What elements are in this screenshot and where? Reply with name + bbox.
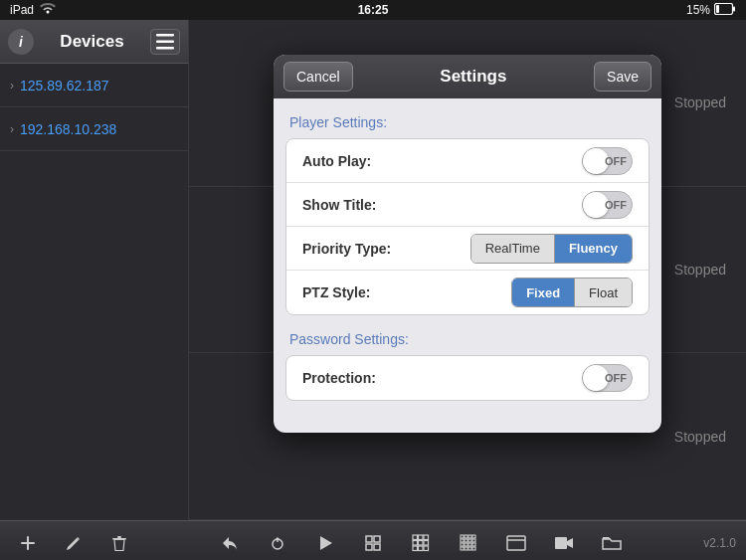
sidebar-header: i Devices [0, 20, 188, 64]
toolbar: v2.1.0 [0, 520, 746, 560]
modal-title: Settings [440, 67, 506, 87]
chevron-icon-2: › [10, 122, 14, 136]
content-area: Stopped Stopped Stopped Cancel Settings … [189, 20, 746, 520]
svg-rect-17 [418, 535, 423, 540]
password-settings-group: Protection: OFF [285, 355, 650, 401]
grid3x3-button[interactable] [403, 527, 439, 559]
svg-rect-16 [413, 535, 418, 540]
ptz-style-control: Fixed Float [412, 278, 633, 307]
ptz-style-label: PTZ Style: [302, 284, 412, 300]
svg-rect-43 [555, 537, 567, 549]
svg-rect-20 [418, 540, 423, 545]
svg-rect-13 [374, 536, 380, 542]
chevron-icon-1: › [10, 79, 14, 93]
priority-fluency-btn[interactable]: Fluency [555, 235, 632, 263]
priority-realtime-btn[interactable]: RealTime [471, 235, 555, 263]
status-time: 16:25 [358, 3, 389, 17]
protection-control: OFF [412, 364, 633, 392]
protection-row: Protection: OFF [286, 356, 649, 400]
player-settings-label: Player Settings: [274, 114, 661, 138]
svg-rect-15 [374, 544, 380, 550]
video-camera-button[interactable] [546, 527, 582, 559]
modal-body: Player Settings: Auto Play: OFF [274, 98, 661, 433]
grid4x4-button[interactable] [451, 527, 486, 559]
svg-rect-36 [472, 543, 475, 546]
svg-rect-27 [468, 535, 471, 538]
device-item-2[interactable]: › 192.168.10.238 [0, 107, 188, 151]
priority-type-label: Priority Type: [302, 241, 412, 257]
grid2x2-button[interactable] [355, 527, 391, 559]
upload-button[interactable] [260, 527, 295, 559]
window-button[interactable] [498, 527, 534, 559]
toolbar-center [212, 527, 630, 559]
device-ip-1: 125.89.62.187 [20, 78, 109, 93]
settings-modal: Cancel Settings Save Player Settings: Au… [274, 55, 661, 433]
svg-rect-25 [461, 535, 464, 538]
sidebar-settings-button[interactable] [150, 29, 180, 55]
auto-play-row: Auto Play: OFF [286, 139, 649, 183]
svg-rect-24 [424, 546, 429, 551]
show-title-row: Show Title: OFF [286, 183, 649, 227]
show-title-control: OFF [412, 191, 633, 219]
protection-off-label: OFF [605, 372, 627, 384]
info-button[interactable]: i [8, 29, 34, 55]
svg-rect-32 [472, 539, 475, 542]
ptz-float-btn[interactable]: Float [575, 279, 632, 306]
battery-percent: 15% [686, 3, 710, 17]
device-ip-2: 192.168.10.238 [20, 121, 116, 137]
modal-header: Cancel Settings Save [274, 55, 661, 98]
svg-rect-18 [424, 535, 429, 540]
password-settings-label: Password Settings: [274, 331, 661, 355]
sidebar-title: Devices [40, 32, 144, 52]
delete-button[interactable] [101, 527, 137, 559]
svg-rect-5 [156, 47, 174, 50]
svg-rect-26 [465, 535, 467, 538]
modal-backdrop: Cancel Settings Save Player Settings: Au… [189, 20, 746, 520]
svg-rect-2 [733, 6, 735, 11]
ptz-fixed-btn[interactable]: Fixed [512, 279, 575, 306]
svg-rect-9 [117, 536, 121, 538]
svg-rect-1 [716, 5, 719, 13]
show-title-toggle[interactable]: OFF [582, 191, 633, 219]
svg-rect-28 [472, 535, 475, 538]
wifi-icon [40, 3, 56, 18]
svg-rect-39 [468, 547, 471, 550]
svg-rect-40 [472, 547, 475, 550]
auto-play-toggle[interactable]: OFF [582, 147, 633, 175]
version-label: v2.1.0 [703, 536, 736, 550]
back-button[interactable] [212, 527, 248, 559]
battery-icon [714, 3, 736, 18]
svg-rect-23 [418, 546, 423, 551]
main-layout: i Devices › 125.89.62.187 › 192.168.10.2… [0, 20, 746, 520]
device-item-1[interactable]: › 125.89.62.187 [0, 64, 188, 107]
svg-rect-7 [21, 542, 35, 544]
svg-rect-37 [461, 547, 464, 550]
ptz-style-segmented: Fixed Float [511, 278, 633, 307]
svg-rect-33 [461, 543, 464, 546]
status-bar: iPad 16:25 15% [0, 0, 746, 20]
sidebar: i Devices › 125.89.62.187 › 192.168.10.2… [0, 20, 189, 520]
auto-play-label: Auto Play: [302, 153, 412, 169]
protection-label: Protection: [302, 370, 412, 386]
svg-marker-44 [567, 538, 573, 548]
priority-type-row: Priority Type: RealTime Fluency [286, 227, 649, 271]
svg-rect-29 [461, 539, 464, 542]
svg-rect-35 [468, 543, 471, 546]
status-right: 15% [686, 3, 736, 18]
folder-button[interactable] [594, 527, 630, 559]
edit-button[interactable] [56, 527, 92, 559]
play-button[interactable] [307, 527, 343, 559]
svg-rect-19 [413, 540, 418, 545]
protection-toggle[interactable]: OFF [582, 364, 633, 392]
auto-play-control: OFF [412, 147, 633, 175]
ptz-style-row: PTZ Style: Fixed Float [286, 271, 649, 314]
cancel-button[interactable]: Cancel [283, 62, 353, 92]
status-left: iPad [10, 3, 56, 18]
save-button[interactable]: Save [594, 62, 652, 92]
priority-type-control: RealTime Fluency [412, 234, 633, 264]
svg-rect-31 [468, 539, 471, 542]
svg-rect-30 [465, 539, 467, 542]
show-title-off-label: OFF [605, 199, 627, 211]
add-button[interactable] [10, 527, 46, 559]
svg-rect-12 [366, 536, 372, 542]
